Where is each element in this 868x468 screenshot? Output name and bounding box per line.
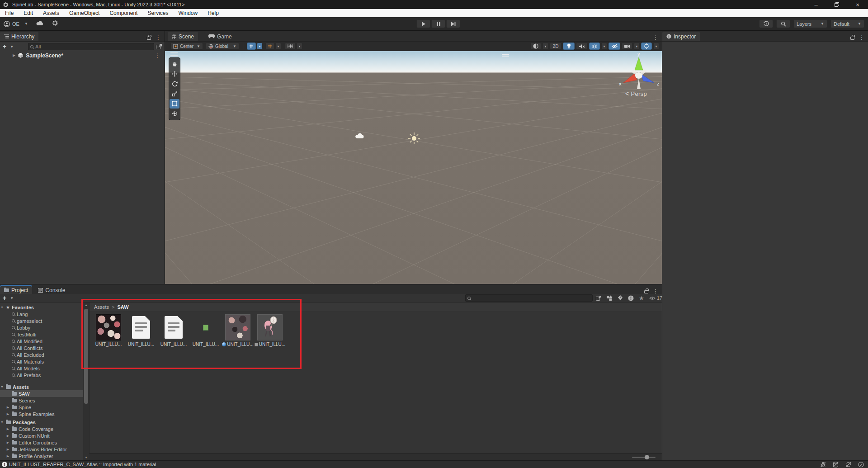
expand-arrow-icon[interactable]: ▶	[6, 406, 10, 409]
package-item[interactable]: ▶Custom NUnit	[0, 432, 83, 439]
package-item[interactable]: ▶Profile Analyzer	[0, 453, 83, 459]
create-button[interactable]: +▼	[3, 43, 14, 50]
folder-item-spine-examples[interactable]: ▶Spine Examples	[0, 411, 83, 417]
layers-dropdown[interactable]: Layers▼	[793, 19, 827, 28]
shading-mode-caret[interactable]: ▼	[542, 43, 548, 50]
rotate-tool[interactable]	[170, 79, 179, 89]
shading-mode-button[interactable]	[530, 43, 541, 50]
package-item[interactable]: ▶Code Coverage	[0, 425, 83, 432]
snap-increment-caret[interactable]: ▼	[297, 43, 302, 50]
asset-item-atlas-material[interactable]: UNIT_ILLU...	[222, 314, 254, 347]
lock-icon[interactable]	[147, 37, 151, 40]
perspective-toggle[interactable]: <Persp	[625, 90, 647, 97]
scroll-up-icon[interactable]: ▲	[83, 303, 89, 308]
minimize-button[interactable]: –	[806, 0, 826, 9]
directional-light-gizmo[interactable]	[408, 132, 420, 145]
layout-dropdown[interactable]: Default▼	[830, 19, 864, 28]
scene-panel-kebab-icon[interactable]: ⋮	[653, 35, 658, 40]
effects-caret[interactable]: ▼	[601, 43, 607, 50]
status-message[interactable]: UNIT_ILLUST_REAPER_C_SAW_Atlas :: Import…	[9, 462, 156, 467]
tree-scrollbar[interactable]: ▲ ▼	[83, 303, 89, 460]
status-alert-icon[interactable]: !	[2, 462, 7, 467]
favorite-item[interactable]: All Prefabs	[0, 372, 83, 378]
tab-scene[interactable]: Scene	[168, 32, 198, 41]
menu-file[interactable]: File	[0, 9, 19, 17]
orientation-gizmo[interactable]: y x z	[617, 51, 660, 96]
collapse-arrow-icon[interactable]: ▼	[0, 421, 4, 424]
menu-help[interactable]: Help	[203, 9, 224, 17]
alert-filter-icon[interactable]	[628, 295, 634, 301]
undo-history-button[interactable]	[759, 19, 773, 28]
favorite-item[interactable]: Lobby	[0, 324, 83, 331]
scene-viewport[interactable]: y x z <Persp	[165, 51, 662, 284]
picker-icon[interactable]	[156, 44, 162, 49]
favorite-item[interactable]: All Models	[0, 365, 83, 372]
menu-gameobject[interactable]: GameObject	[64, 9, 104, 17]
favorite-item[interactable]: TestMulti	[0, 331, 83, 338]
hidden-count-toggle[interactable]: 17	[649, 295, 662, 301]
cloud-gizmo[interactable]	[355, 132, 365, 139]
expand-arrow-icon[interactable]: ▶	[6, 427, 10, 431]
folder-item-scenes[interactable]: Scenes	[0, 397, 83, 404]
tab-project[interactable]: Project	[0, 285, 32, 295]
menu-component[interactable]: Component	[104, 9, 142, 17]
search-button[interactable]	[776, 19, 790, 28]
cloud-button[interactable]	[36, 20, 44, 27]
close-button[interactable]: ×	[847, 0, 868, 9]
tool-handle-rotation-dropdown[interactable]: Global ▼	[206, 43, 239, 50]
folder-item-saw[interactable]: SAW	[0, 390, 83, 397]
tab-game[interactable]: Game	[204, 32, 236, 41]
project-kebab-icon[interactable]: ⋮	[653, 289, 658, 293]
move-tool[interactable]	[170, 69, 179, 79]
slider-knob[interactable]	[645, 455, 649, 459]
expand-arrow-icon[interactable]: ▶	[6, 454, 10, 458]
scene-kebab-icon[interactable]: ⋮	[155, 53, 160, 58]
pause-button[interactable]	[431, 19, 445, 28]
favorite-item[interactable]: Lang	[0, 311, 83, 317]
tab-inspector[interactable]: Inspector	[662, 32, 700, 41]
snap-increment-button[interactable]	[285, 43, 296, 50]
menu-assets[interactable]: Assets	[38, 9, 64, 17]
menu-services[interactable]: Services	[142, 9, 173, 17]
favorite-item[interactable]: gameselect	[0, 317, 83, 324]
grid-visibility-toggle[interactable]	[265, 43, 274, 50]
audio-toggle[interactable]	[576, 43, 588, 50]
kebab-menu-icon[interactable]: ⋮	[156, 35, 161, 40]
favorite-item[interactable]: All Modified	[0, 338, 83, 345]
favorites-header[interactable]: ▼★Favorites	[0, 304, 83, 311]
tab-hierarchy[interactable]: Hierarchy	[0, 32, 38, 41]
grid-visibility-caret[interactable]: ▼	[275, 43, 281, 50]
tab-console[interactable]: Console	[34, 285, 69, 295]
scroll-down-icon[interactable]: ▼	[83, 455, 89, 460]
assets-root[interactable]: ▼Assets	[0, 383, 83, 390]
packages-root[interactable]: ▼Packages	[0, 419, 83, 425]
effects-toggle[interactable]	[589, 43, 600, 50]
hierarchy-search-input[interactable]: All	[28, 43, 154, 50]
restore-button[interactable]	[826, 0, 847, 9]
label-filter-icon[interactable]	[618, 295, 623, 301]
progress-check-icon[interactable]	[856, 462, 865, 468]
scene-visibility-toggle[interactable]	[609, 43, 620, 50]
play-button[interactable]	[416, 19, 430, 28]
type-filter-icon[interactable]	[606, 295, 613, 301]
2d-toggle[interactable]: 2D	[550, 43, 561, 50]
tools-overlay-handle[interactable]	[170, 52, 178, 56]
grid-snapping-toggle[interactable]	[247, 43, 256, 50]
menu-edit[interactable]: Edit	[19, 9, 38, 17]
expand-arrow-icon[interactable]: ▶	[6, 448, 10, 451]
favorite-item[interactable]: All Excluded	[0, 351, 83, 358]
breadcrumb-current[interactable]: SAW	[117, 304, 128, 310]
asset-item-skeleton[interactable]: UNIT_ILLU...	[254, 314, 286, 347]
thumbnail-size-slider[interactable]	[632, 457, 656, 458]
orientation-overlay-handle[interactable]	[502, 54, 509, 57]
inspector-kebab-icon[interactable]: ⋮	[859, 35, 864, 40]
expand-arrow-icon[interactable]: ▶	[6, 434, 10, 438]
package-item[interactable]: ▶Editor Coroutines	[0, 439, 83, 446]
gizmos-caret[interactable]: ▼	[653, 43, 659, 50]
debugger-disabled-icon[interactable]	[818, 462, 827, 468]
camera-settings-button[interactable]	[622, 43, 632, 50]
project-create-button[interactable]: +▼	[3, 294, 14, 302]
inspector-lock-icon[interactable]	[850, 37, 854, 40]
grid-snapping-caret[interactable]: ▼	[257, 43, 263, 50]
breadcrumb-root[interactable]: Assets	[94, 304, 109, 310]
